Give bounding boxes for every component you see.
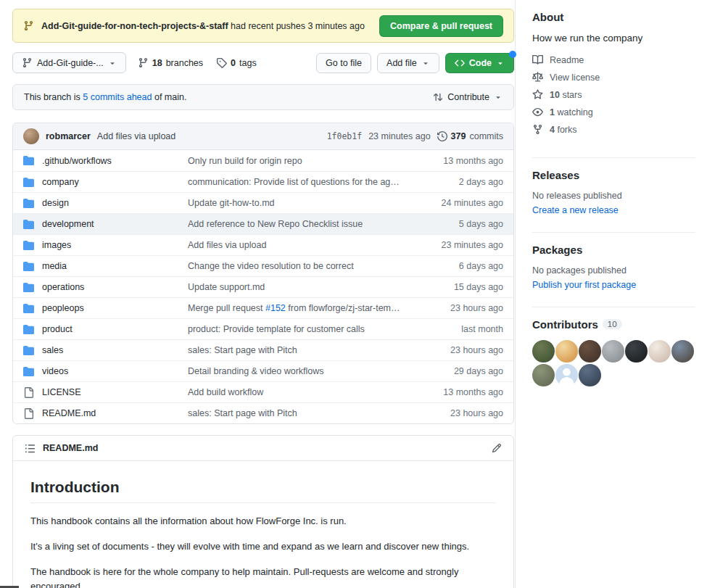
avatar[interactable] — [23, 128, 39, 144]
contributor-avatar[interactable] — [555, 340, 578, 363]
file-commit-message[interactable]: Update git-how-to.md — [188, 198, 402, 208]
tag-icon — [216, 57, 227, 68]
commit-author[interactable]: robmarcer — [46, 131, 91, 141]
about-title: About — [532, 11, 695, 23]
contributor-avatar[interactable] — [648, 340, 671, 363]
file-commit-message[interactable]: Only run build for origin repo — [188, 156, 402, 166]
file-commit-time: 15 days ago — [409, 282, 503, 292]
git-branch-icon — [23, 20, 34, 31]
file-row[interactable]: videos Detail branding & video workflows… — [13, 360, 513, 381]
contributor-avatar[interactable] — [532, 340, 555, 363]
file-row[interactable]: sales sales: Start page with Pitch 23 ho… — [13, 339, 513, 360]
toolbar-actions: Go to file Add file Code — [316, 53, 514, 73]
file-row[interactable]: .github/workflows Only run build for ori… — [13, 150, 513, 171]
folder-icon — [23, 303, 35, 314]
file-commit-message[interactable]: communication: Provide list of questions… — [188, 177, 402, 187]
about-item[interactable]: View license — [532, 72, 695, 83]
commits-label: commits — [469, 131, 503, 141]
repo-counts: 18 branches 0 tags — [138, 57, 257, 68]
list-icon[interactable] — [25, 443, 36, 454]
tags-count-link[interactable]: 0 tags — [216, 57, 257, 68]
add-file-button[interactable]: Add file — [377, 53, 439, 73]
branch-selector-label: Add-Git-guide-... — [37, 58, 104, 68]
readme-paragraph: The handbook is here for the whole compa… — [30, 565, 496, 588]
file-name[interactable]: design — [42, 198, 181, 208]
file-row[interactable]: README.md sales: Start page with Pitch 2… — [13, 402, 513, 423]
folder-icon — [23, 261, 35, 272]
file-row[interactable]: LICENSE Add build workflow 13 months ago — [13, 381, 513, 402]
contributor-avatar[interactable] — [532, 364, 555, 386]
file-name[interactable]: product — [42, 324, 181, 334]
file-name[interactable]: media — [42, 261, 181, 271]
branches-label: branches — [166, 58, 203, 68]
file-row[interactable]: product product: Provide template for cu… — [13, 318, 513, 339]
notification-dot — [509, 51, 516, 58]
code-button[interactable]: Code — [445, 53, 514, 73]
file-name[interactable]: .github/workflows — [42, 156, 181, 166]
git-branch-icon — [22, 57, 33, 68]
contributor-avatar[interactable] — [625, 340, 648, 363]
readme-card: README.md Introduction This handbook con… — [12, 435, 514, 588]
file-name[interactable]: images — [42, 240, 181, 250]
commit-message[interactable]: Add files via upload — [97, 131, 175, 141]
about-section: About How we run the company Readme View… — [532, 0, 695, 158]
file-name[interactable]: operations — [42, 282, 181, 292]
branches-count-link[interactable]: 18 branches — [138, 57, 203, 68]
file-commit-message[interactable]: product: Provide template for customer c… — [188, 324, 402, 334]
file-name[interactable]: development — [42, 219, 181, 229]
file-commit-message[interactable]: Change the video resolution to be correc… — [188, 261, 402, 271]
file-row[interactable]: development Add reference to New Repo Ch… — [13, 213, 513, 234]
commits-ahead-link[interactable]: 5 commits ahead — [83, 92, 152, 102]
file-commit-message[interactable]: Add build workflow — [188, 387, 402, 397]
about-item[interactable]: 1 watching — [532, 107, 695, 117]
file-commit-time: 13 months ago — [409, 387, 503, 397]
about-item[interactable]: 4 forks — [532, 124, 695, 135]
contributor-avatar[interactable] — [671, 340, 694, 363]
commits-history-link[interactable]: 379 commits — [437, 131, 503, 141]
file-name[interactable]: README.md — [42, 408, 181, 418]
branch-selector[interactable]: Add-Git-guide-... — [12, 52, 126, 73]
file-commit-message[interactable]: Merge pull request #152 from flowforge/z… — [188, 303, 402, 313]
about-item[interactable]: 10 stars — [532, 89, 695, 100]
contributor-avatar[interactable] — [555, 364, 578, 386]
file-commit-time: 23 hours ago — [409, 345, 503, 355]
chevron-down-icon — [494, 93, 503, 102]
file-commit-message[interactable]: Update support.md — [188, 282, 402, 292]
file-name[interactable]: company — [42, 177, 181, 187]
file-name[interactable]: videos — [42, 366, 181, 376]
contribute-button[interactable]: Contribute — [433, 92, 503, 102]
edit-pencil-icon[interactable] — [492, 443, 502, 453]
file-commit-message[interactable]: Add reference to New Repo Checklist issu… — [188, 219, 402, 229]
create-release-link[interactable]: Create a new release — [532, 205, 619, 215]
packages-title: Packages — [532, 244, 695, 256]
file-row[interactable]: operations Update support.md 15 days ago — [13, 276, 513, 297]
eye-icon — [532, 107, 543, 117]
contributor-avatar[interactable] — [579, 364, 601, 386]
go-to-file-button[interactable]: Go to file — [316, 53, 371, 73]
file-commit-message[interactable]: Detail branding & video workflows — [188, 366, 402, 376]
about-item[interactable]: Readme — [532, 54, 695, 65]
file-commit-message[interactable]: sales: Start page with Pitch — [188, 345, 402, 355]
file-name[interactable]: sales — [42, 345, 181, 355]
folder-icon — [23, 155, 35, 166]
file-row[interactable]: company communication: Provide list of q… — [13, 171, 513, 192]
star-icon — [532, 89, 543, 100]
file-commit-message[interactable]: sales: Start page with Pitch — [188, 408, 402, 418]
file-row[interactable]: media Change the video resolution to be … — [13, 255, 513, 276]
contributors-title: Contributors10 — [532, 318, 695, 331]
file-row[interactable]: peopleops Merge pull request #152 from f… — [13, 297, 513, 318]
file-row[interactable]: design Update git-how-to.md 24 minutes a… — [13, 192, 513, 213]
file-icon — [23, 387, 35, 398]
compare-pull-request-button[interactable]: Compare & pull request — [379, 15, 503, 37]
commit-hash[interactable]: 1f0eb1f — [327, 131, 362, 141]
file-commit-message[interactable]: Add files via upload — [188, 240, 402, 250]
publish-package-link[interactable]: Publish your first package — [532, 280, 636, 290]
file-row[interactable]: images Add files via upload 23 minutes a… — [13, 234, 513, 255]
folder-icon — [23, 219, 35, 230]
readme-heading: Introduction — [30, 479, 496, 503]
contributor-avatar[interactable] — [579, 340, 601, 363]
contributor-avatar[interactable] — [602, 340, 624, 363]
file-name[interactable]: peopleops — [42, 303, 181, 313]
issue-link[interactable]: #152 — [265, 303, 286, 313]
file-name[interactable]: LICENSE — [42, 387, 181, 397]
